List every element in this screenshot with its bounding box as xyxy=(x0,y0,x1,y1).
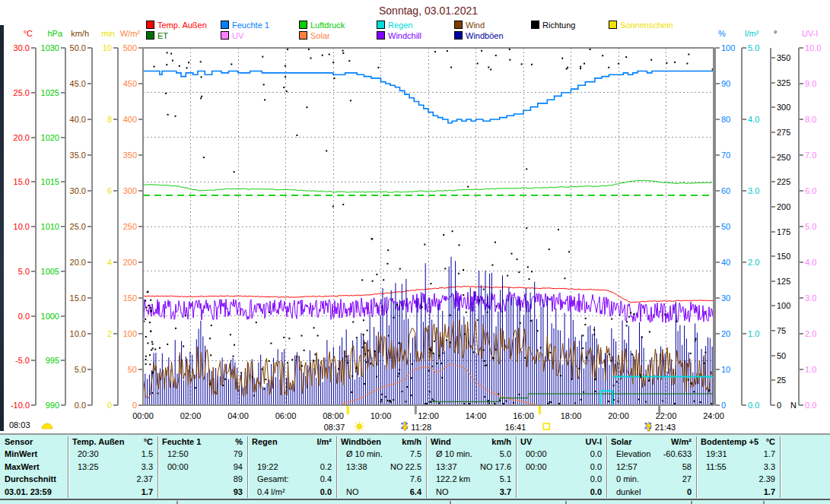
table-value: 27 xyxy=(682,473,692,485)
table-value: 0 xyxy=(687,486,692,498)
table-value: 5.0 xyxy=(500,448,511,460)
axis-tick-label: 3.0 xyxy=(748,186,759,195)
table-group-unit: km/h xyxy=(491,436,511,448)
axis-°: 3503253002752502252001751501251007550250… xyxy=(771,29,797,410)
axis-tick-label: 45.0 xyxy=(70,79,86,88)
x-axis: 00:0002:0004:0006:0008:0010:0012:0014:00… xyxy=(132,411,724,420)
axis-tick-label: 40.0 xyxy=(70,115,86,124)
table-value-time: 00:00 xyxy=(526,461,547,473)
axis-unit-label: °C xyxy=(24,29,33,38)
table-group-name: UV xyxy=(520,436,532,448)
x-axis-label: 08:00 xyxy=(323,411,344,420)
axis-UV-I: 10.09.08.07.06.05.04.03.02.01.00.0UV-I xyxy=(799,29,821,410)
axis-tick-label: 6 xyxy=(107,186,112,195)
axis-tick-label: 30.0 xyxy=(14,43,30,52)
axis-unit-label: UV-I xyxy=(802,29,818,38)
table-value-time: 00:00 xyxy=(167,461,189,473)
table-value: NO 22.5 xyxy=(390,461,421,473)
table-value: 58 xyxy=(682,461,692,473)
table-value-time: 12:50 xyxy=(167,448,189,460)
axis-tick-label: 70 xyxy=(721,151,730,160)
axis-tick-label: 0 xyxy=(721,401,726,410)
axis-tick-label: 350 xyxy=(777,53,790,62)
series-regen-ereignis xyxy=(601,391,613,405)
table-value-time: Ø 10 min. xyxy=(346,448,383,460)
axis-tick-label: 200 xyxy=(123,258,137,267)
table-row-label: 03.01. 23:59 xyxy=(5,486,52,498)
marker-dawn-corner: 08:03 xyxy=(9,420,52,430)
axis-°C: 30.025.020.015.010.05.00.0-5.0-10.0°C xyxy=(11,29,36,410)
axis-tick-label: 1000 xyxy=(41,312,59,321)
table-group-unit: km/h xyxy=(402,436,421,448)
table-value-time: NO xyxy=(436,486,449,498)
axis-tick-label: 400 xyxy=(123,115,137,124)
table-value-time: 00:00 xyxy=(526,448,547,460)
axis-min: 1086420min xyxy=(101,29,118,410)
table-value-time: 13:37 xyxy=(436,461,457,473)
axis-tick-label: 50.0 xyxy=(70,43,86,52)
table-value-time: Elevation xyxy=(616,448,650,460)
weather-day-chart-screen: Sonntag, 03.01.2021 Temp. AußenFeuchte 1… xyxy=(0,0,830,504)
table-value: 93 xyxy=(234,486,243,498)
table-group-unit: °C xyxy=(766,436,775,448)
table-separator xyxy=(606,436,607,498)
axis-tick-label: 350 xyxy=(123,151,137,160)
partial-row-separator xyxy=(565,501,567,504)
table-group-name: Temp. Außen xyxy=(72,436,124,448)
table-value: 0.0 xyxy=(590,486,602,498)
table-value: 0.0 xyxy=(320,486,332,498)
axis-tick-label: 15.0 xyxy=(70,293,86,303)
axis-tick-label: 225 xyxy=(777,177,790,186)
axis-tick-label: 0.0 xyxy=(18,312,30,321)
table-value: 1.7 xyxy=(142,486,153,498)
axis-unit-label: ° xyxy=(774,29,777,38)
table-value: 3.3 xyxy=(764,461,775,473)
table-value-time: dunkel xyxy=(616,486,641,498)
axis-tick-label: 250 xyxy=(777,153,790,162)
axis-tick-label: 25 xyxy=(777,376,786,385)
axis-tick-label: 100 xyxy=(777,301,790,310)
axis-tick-label: 5.0 xyxy=(18,267,30,276)
axis-tick-label: 50 xyxy=(777,351,786,360)
axis-tick-label: 10 xyxy=(721,365,730,374)
table-value: 0.0 xyxy=(590,448,602,460)
table-value-time: 19:31 xyxy=(706,448,727,460)
axis-tick-label: 1.0 xyxy=(748,329,759,338)
axis-tick-label: 0 xyxy=(777,401,781,410)
axis-tick-label: 500 xyxy=(123,43,137,52)
moon-dots xyxy=(645,423,647,424)
axis-tick-label: 1020 xyxy=(41,133,59,142)
table-separator xyxy=(157,436,158,498)
axis-tick-label: 4.0 xyxy=(748,115,759,124)
sun-below-horizon-icon xyxy=(543,423,549,430)
axis-unit-label: min xyxy=(101,29,115,38)
table-row-label: MaxWert xyxy=(5,461,40,473)
table-group-name: Wind xyxy=(431,436,451,448)
table-value-time: 13:25 xyxy=(78,461,99,473)
x-axis-label: 12:00 xyxy=(418,411,439,420)
table-value-time: 13:38 xyxy=(346,461,367,473)
x-axis-label: 20:00 xyxy=(608,411,629,420)
table-value: 79 xyxy=(234,448,243,460)
axis-tick-label: 60 xyxy=(721,186,730,195)
axis-tick-label: 100 xyxy=(721,43,735,52)
x-axis-label: 02:00 xyxy=(180,411,202,420)
axis-tick-label: 35.0 xyxy=(70,151,86,160)
axis-tick-label: 10.0 xyxy=(14,222,30,231)
marker-tick xyxy=(415,406,417,414)
table-value-time: Ø 10 min. xyxy=(436,448,472,460)
axis-hPa: 1030102510201015101010051000995990hPa xyxy=(41,29,65,410)
table-value: 3.3 xyxy=(142,461,153,473)
moon-dots xyxy=(401,423,402,424)
axis-tick-label: 125 xyxy=(777,277,790,286)
dawn-icon xyxy=(42,423,52,429)
axis-tick-label: 8.0 xyxy=(805,115,816,124)
table-group-unit: W/m² xyxy=(671,436,692,448)
axis-tick-label: 300 xyxy=(123,186,137,195)
grid xyxy=(143,48,714,405)
axis-tick-label: 250 xyxy=(123,222,137,231)
axis-unit-label: km/h xyxy=(71,29,89,38)
table-group-unit: l/m² xyxy=(316,436,332,448)
x-axis-label: 04:00 xyxy=(227,411,249,420)
marker-tick xyxy=(347,406,349,414)
